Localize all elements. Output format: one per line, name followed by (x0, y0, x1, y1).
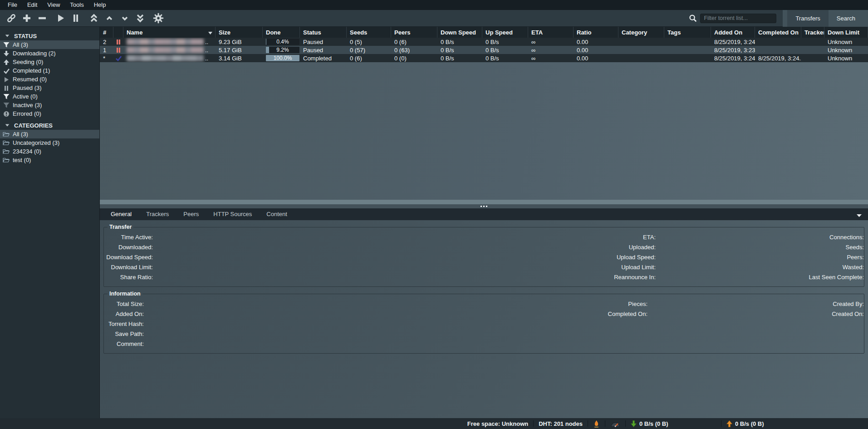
sidebar-item-completed[interactable]: Completed (1) (0, 66, 99, 75)
top-priority-icon[interactable] (86, 11, 102, 25)
filter-torrent-input[interactable] (700, 14, 776, 23)
category-item-test[interactable]: test (0) (0, 156, 99, 164)
table-row[interactable]: * .. 3.14 GiB 100.0% Completed 0 (6) 0 (… (100, 54, 868, 62)
col-up-speed[interactable]: Up Speed (482, 27, 528, 38)
status-section-header[interactable]: STATUS (0, 31, 99, 40)
torrent-name-redacted: .. (123, 38, 216, 46)
sidebar-item-seeding[interactable]: Seeding (0) (0, 58, 99, 66)
redacted-name-blur (127, 47, 204, 53)
col-status[interactable]: Status (300, 27, 347, 38)
free-space: Free space: Unknown (467, 420, 528, 427)
col-done[interactable]: Done (263, 27, 300, 38)
tab-search[interactable]: Search (829, 10, 863, 27)
chevron-down-icon (5, 123, 10, 128)
sidebar-item-active[interactable]: Active (0) (0, 92, 99, 101)
pause-icon (3, 85, 10, 91)
options-gear-icon[interactable] (151, 11, 166, 25)
category-item-234234[interactable]: 234234 (0) (0, 147, 99, 156)
col-size[interactable]: Size (216, 27, 263, 38)
increase-priority-icon[interactable] (102, 11, 117, 25)
pause-icon[interactable] (68, 11, 83, 25)
table-empty-area (100, 62, 868, 200)
resume-icon[interactable] (53, 11, 68, 25)
tab-peers[interactable]: Peers (176, 208, 206, 220)
col-completed-on[interactable]: Completed On (755, 27, 801, 38)
col-seeds[interactable]: Seeds (347, 27, 391, 38)
redacted-name-blur (127, 55, 204, 61)
dht-nodes: DHT: 201 nodes (539, 420, 583, 427)
menu-help[interactable]: Help (89, 0, 111, 10)
table-row[interactable]: 2 .. 9.23 GiB 0.4% Paused 0 (5) 0 (6) 0 … (100, 38, 868, 46)
tab-http-sources[interactable]: HTTP Sources (206, 208, 259, 220)
label-share-ratio: Share Ratio: (104, 274, 153, 281)
sidebar-item-paused[interactable]: Paused (3) (0, 84, 99, 92)
arrow-down-icon (3, 50, 10, 57)
col-category[interactable]: Category (618, 27, 664, 38)
category-item-uncategorized[interactable]: Uncategorized (3) (0, 138, 99, 147)
col-tracker[interactable]: Tracker (801, 27, 824, 38)
folder-icon (3, 148, 10, 155)
paused-icon (113, 46, 123, 54)
col-ratio[interactable]: Ratio (574, 27, 618, 38)
col-added-on[interactable]: Added On (711, 27, 755, 38)
sidebar-item-resumed[interactable]: Resumed (0) (0, 75, 99, 84)
sidebar-item-inactive[interactable]: Inactive (3) (0, 101, 99, 109)
label-download-limit: Download Limit: (104, 264, 153, 271)
search-icon (688, 14, 697, 23)
category-item-all[interactable]: All (3) (0, 130, 99, 138)
col-name[interactable]: Name (123, 27, 216, 38)
connection-status-icon[interactable] (593, 420, 600, 428)
information-section: Information Total Size:Pieces:Created By… (103, 291, 864, 354)
filter-sidebar: STATUS All (3) Downloading (2) Seeding (… (0, 27, 100, 418)
panel-splitter[interactable] (100, 204, 868, 208)
decrease-priority-icon[interactable] (117, 11, 132, 25)
menu-file[interactable]: File (3, 0, 22, 10)
sidebar-item-all[interactable]: All (3) (0, 40, 99, 49)
torrent-table-header: # Name Size Done Status Seeds Peers Down… (100, 27, 868, 38)
menu-edit[interactable]: Edit (22, 0, 42, 10)
col-down-limit[interactable]: Down Limit (824, 27, 868, 38)
filter-icon (3, 42, 10, 48)
label-downloaded: Downloaded: (104, 244, 153, 251)
add-torrent-link-icon[interactable] (4, 11, 19, 25)
folder-icon (3, 140, 10, 146)
add-torrent-file-icon[interactable] (19, 11, 34, 25)
tab-content[interactable]: Content (259, 208, 294, 220)
panel-collapse-caret-icon[interactable] (857, 212, 862, 219)
label-completed-on: Completed On: (397, 311, 647, 317)
col-down-speed[interactable]: Down Speed (437, 27, 482, 38)
tab-general[interactable]: General (103, 208, 139, 220)
col-number[interactable]: # (100, 27, 113, 38)
tab-trackers[interactable]: Trackers (139, 208, 176, 220)
col-status-icon[interactable] (113, 27, 123, 38)
col-eta[interactable]: ETA (528, 27, 574, 38)
redacted-name-blur (127, 39, 204, 45)
detail-tab-bar: General Trackers Peers HTTP Sources Cont… (100, 208, 868, 220)
table-row[interactable]: 1 .. 5.17 GiB 9.2% Paused 0 (57) 0 (63) … (100, 46, 868, 54)
label-pieces: Pieces: (397, 301, 647, 307)
categories-section-header[interactable]: CATEGORIES (0, 121, 99, 130)
torrent-filter (688, 14, 776, 23)
download-arrow-icon (631, 420, 637, 427)
menu-view[interactable]: View (42, 0, 65, 10)
label-last-seen-complete: Last Seen Complete: (656, 274, 864, 281)
global-upload-speed[interactable]: 0 B/s (0 B) (726, 420, 817, 427)
sidebar-item-errored[interactable]: Errored (0) (0, 109, 99, 118)
tab-transfers[interactable]: Transfers (787, 10, 828, 27)
alt-speed-limits-gauge-icon[interactable] (610, 420, 620, 427)
sidebar-item-downloading[interactable]: Downloading (2) (0, 49, 99, 58)
global-download-speed[interactable]: 0 B/s (0 B) (631, 420, 716, 427)
toolbar: Transfers Search (0, 10, 868, 27)
delete-torrent-icon[interactable] (34, 11, 50, 25)
play-icon (3, 76, 10, 83)
bottom-priority-icon[interactable] (132, 11, 148, 25)
menu-tools[interactable]: Tools (65, 0, 88, 10)
horizontal-scrollbar[interactable] (100, 200, 868, 204)
label-reannounce-in: Reannounce In: (411, 274, 656, 281)
menu-bar: File Edit View Tools Help (0, 0, 868, 10)
col-peers[interactable]: Peers (391, 27, 437, 38)
label-added-on: Added On: (104, 311, 144, 317)
folder-icon (3, 131, 10, 138)
sort-desc-icon (208, 29, 212, 36)
col-tags[interactable]: Tags (664, 27, 711, 38)
